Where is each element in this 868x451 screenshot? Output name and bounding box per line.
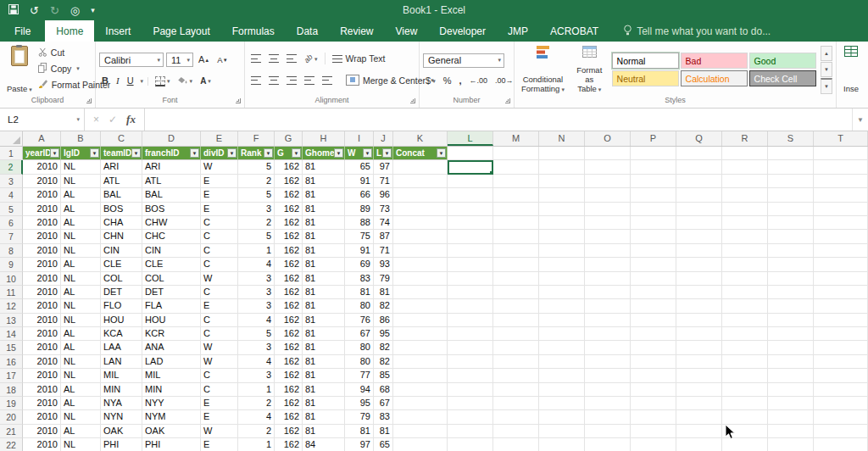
cell-G10[interactable]: 162 [275, 272, 303, 286]
cell-S17[interactable] [768, 369, 814, 382]
cell-P9[interactable] [631, 258, 676, 271]
italic-button[interactable]: I [114, 76, 122, 86]
cell-N13[interactable] [539, 314, 585, 327]
cell-S10[interactable] [768, 272, 814, 286]
filter-dropdown-icon[interactable]: ▼ [334, 148, 343, 158]
cell-P15[interactable] [631, 341, 676, 354]
cell-F21[interactable]: 2 [238, 425, 275, 438]
cell-M11[interactable] [493, 286, 539, 299]
cell-Q12[interactable] [676, 299, 722, 313]
tab-acrobat[interactable]: ACROBAT [539, 20, 609, 42]
cell-M1[interactable] [493, 147, 539, 160]
cell-C1[interactable]: teamID▼ [101, 147, 142, 160]
cell-I15[interactable]: 80 [345, 341, 374, 354]
column-header-N[interactable]: N [539, 131, 585, 146]
cell-N2[interactable] [539, 160, 585, 174]
cell-Q18[interactable] [676, 383, 722, 397]
cell-N6[interactable] [539, 216, 585, 230]
cell-D21[interactable]: OAK [142, 425, 201, 438]
cell-R19[interactable] [722, 397, 768, 410]
cell-M19[interactable] [493, 397, 539, 410]
cell-R11[interactable] [722, 286, 768, 299]
tab-data[interactable]: Data [286, 20, 329, 42]
cell-T19[interactable] [814, 397, 868, 410]
cell-C17[interactable]: MIL [101, 369, 142, 382]
cell-R17[interactable] [722, 369, 768, 382]
cell-A8[interactable]: 2010 [23, 244, 61, 258]
cell-B6[interactable]: AL [61, 216, 101, 230]
cell-G5[interactable]: 162 [275, 203, 303, 216]
filter-dropdown-icon[interactable]: ▼ [131, 148, 141, 158]
align-bottom-button[interactable] [284, 54, 299, 63]
cell-B3[interactable]: NL [61, 175, 101, 188]
cell-G19[interactable]: 162 [275, 397, 303, 410]
cell-R7[interactable] [722, 230, 768, 243]
cell-K2[interactable] [393, 160, 448, 174]
cell-H5[interactable]: 81 [303, 203, 345, 216]
cell-E9[interactable]: C [201, 258, 238, 271]
cell-D5[interactable]: BOS [142, 203, 201, 216]
underline-button[interactable]: U [125, 76, 136, 86]
paste-button[interactable]: Paste▾ [3, 44, 36, 95]
cell-J3[interactable]: 71 [374, 175, 393, 188]
cell-T3[interactable] [814, 175, 868, 188]
style-calculation[interactable]: Calculation [681, 70, 748, 86]
cell-H2[interactable]: 81 [303, 160, 345, 174]
cell-G11[interactable]: 162 [275, 286, 303, 299]
cell-B8[interactable]: NL [61, 244, 101, 258]
accounting-format-button[interactable]: $▾ [423, 76, 438, 86]
column-header-H[interactable]: H [303, 131, 345, 146]
cell-H4[interactable]: 81 [303, 188, 345, 202]
cell-Q8[interactable] [676, 244, 722, 258]
cell-G9[interactable]: 162 [275, 258, 303, 271]
cell-N5[interactable] [539, 203, 585, 216]
cell-N16[interactable] [539, 355, 585, 369]
filter-dropdown-icon[interactable]: ▼ [363, 148, 372, 158]
number-format-select[interactable]: General▾ [423, 53, 504, 68]
cell-K17[interactable] [393, 369, 448, 382]
cell-F2[interactable]: 5 [238, 160, 275, 174]
cell-B10[interactable]: NL [61, 272, 101, 286]
cell-I4[interactable]: 66 [345, 188, 374, 202]
cell-P13[interactable] [631, 314, 676, 327]
cell-E8[interactable]: C [201, 244, 238, 258]
cell-F14[interactable]: 5 [238, 327, 275, 341]
cell-Q22[interactable] [676, 438, 722, 451]
cell-A18[interactable]: 2010 [23, 383, 61, 397]
cell-K13[interactable] [393, 314, 448, 327]
cell-R9[interactable] [722, 258, 768, 271]
cell-E3[interactable]: E [201, 175, 238, 188]
cell-S18[interactable] [768, 383, 814, 397]
row-header-4[interactable]: 4 [0, 188, 23, 202]
cell-C14[interactable]: KCA [101, 327, 142, 341]
align-center-button[interactable] [266, 76, 281, 85]
cell-H8[interactable]: 81 [303, 244, 345, 258]
cell-C8[interactable]: CIN [101, 244, 142, 258]
cell-J11[interactable]: 81 [374, 286, 393, 299]
cell-R1[interactable] [722, 147, 768, 160]
cell-G7[interactable]: 162 [275, 230, 303, 243]
cell-D17[interactable]: MIL [142, 369, 201, 382]
tab-insert[interactable]: Insert [94, 20, 142, 42]
cell-K9[interactable] [393, 258, 448, 271]
cell-F12[interactable]: 3 [238, 299, 275, 313]
cell-Q4[interactable] [676, 188, 722, 202]
style-check-cell[interactable]: Check Cell [749, 70, 816, 86]
cell-A20[interactable]: 2010 [23, 410, 61, 424]
cell-L9[interactable] [448, 258, 493, 271]
cell-Q15[interactable] [676, 341, 722, 354]
cell-L22[interactable] [448, 438, 493, 451]
cell-O9[interactable] [585, 258, 631, 271]
font-family-select[interactable]: Calibri▾ [99, 53, 164, 67]
cell-N21[interactable] [539, 425, 585, 438]
column-header-C[interactable]: C [101, 131, 142, 146]
cell-Q9[interactable] [676, 258, 722, 271]
name-box-dropdown-icon[interactable]: ▾ [76, 116, 80, 123]
cell-H13[interactable]: 81 [303, 314, 345, 327]
column-header-K[interactable]: K [393, 131, 448, 146]
cell-T12[interactable] [814, 299, 868, 313]
font-size-select[interactable]: 11▾ [166, 53, 193, 67]
cell-A12[interactable]: 2010 [23, 299, 61, 313]
cell-B15[interactable]: AL [61, 341, 101, 354]
cell-B1[interactable]: lgID▼ [61, 147, 101, 160]
